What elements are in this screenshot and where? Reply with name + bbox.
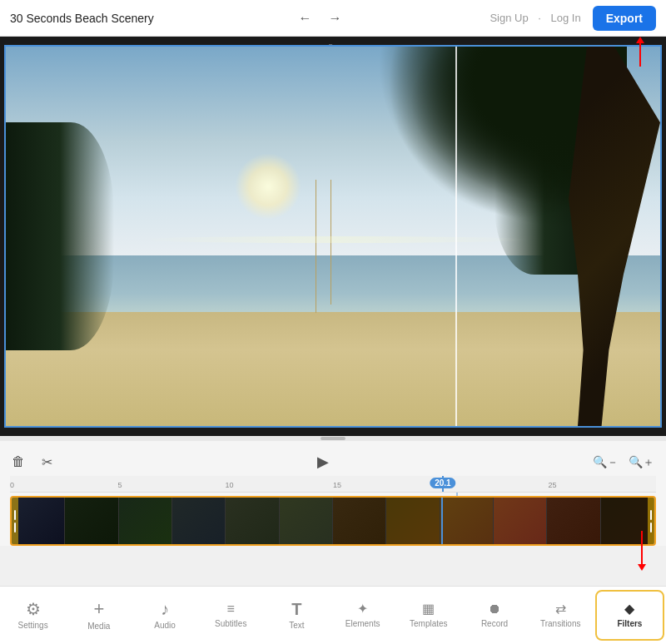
playhead-time-badge[interactable]: 20.1 (430, 478, 455, 488)
strip-segment-9 (440, 498, 494, 544)
project-title: 30 Seconds Beach Scenery (10, 12, 154, 25)
nav-filters[interactable]: ◆ Filters (595, 590, 664, 641)
handle-line (14, 510, 16, 520)
nav-text-label: Text (289, 621, 304, 630)
nav-settings[interactable]: ⚙ Settings (0, 587, 66, 644)
auth-separator: · (538, 12, 541, 24)
nav-templates-label: Templates (410, 619, 448, 628)
nav-text[interactable]: T Text (264, 587, 330, 644)
nav-record[interactable]: ⏺ Record (461, 587, 527, 644)
settings-icon: ⚙ (26, 601, 41, 617)
delete-clip-button[interactable]: 🗑 (10, 453, 27, 471)
header-auth: Sign Up · Log In (486, 12, 584, 24)
strip-playhead (441, 498, 443, 544)
strip-handle-lines-left (14, 510, 16, 533)
strip-segment-4 (172, 498, 226, 544)
strip-playhead-line (442, 498, 443, 544)
nav-record-label: Record (481, 619, 508, 628)
media-icon: + (93, 600, 104, 618)
zoom-in-button[interactable]: 🔍＋ (627, 453, 656, 472)
video-strip-container[interactable] (10, 496, 656, 546)
ruler-mark-15: 15 (333, 481, 341, 489)
app-header: 30 Seconds Beach Scenery ← → Sign Up · L… (0, 0, 666, 37)
text-icon: T (291, 601, 301, 617)
nav-filters-label: Filters (617, 619, 642, 628)
nav-templates[interactable]: ▦ Templates (395, 587, 461, 644)
templates-icon: ▦ (422, 602, 435, 616)
strip-handle-right[interactable] (648, 498, 654, 544)
export-button[interactable]: Export (593, 6, 656, 31)
zoom-out-button[interactable]: 🔍－ (591, 453, 620, 472)
strip-segment-2 (65, 498, 118, 544)
filters-icon: ◆ (624, 602, 634, 616)
ruler-mark-25: 25 (548, 481, 556, 489)
handle-line (14, 523, 16, 533)
nav-elements-label: Elements (345, 619, 380, 628)
header-history-controls: ← → (296, 7, 345, 29)
time-ruler: 0 5 10 15 20 25 30 20.1 (10, 476, 656, 493)
strip-segment-7 (333, 498, 386, 544)
login-link[interactable]: Log In (551, 12, 581, 24)
strip-handle-lines-right (650, 510, 652, 533)
zoom-out-icon: 🔍－ (593, 455, 619, 468)
redo-button[interactable]: → (326, 7, 345, 29)
undo-button[interactable]: ← (296, 7, 316, 29)
trees-left (6, 122, 114, 350)
elements-icon: ✦ (357, 602, 368, 616)
video-preview-area: ↻ (0, 37, 666, 436)
subtitles-icon: ≡ (227, 602, 235, 616)
beach-scene (6, 47, 660, 426)
scissors-icon: ✂ (42, 455, 52, 469)
export-arrow-indicator (636, 37, 644, 67)
trash-icon: 🗑 (12, 454, 25, 468)
swing (307, 180, 340, 346)
timeline-area: 🗑 ✂ ▶ 🔍－ 🔍＋ 0 5 10 15 20 25 3 (0, 441, 666, 546)
record-icon: ⏺ (488, 602, 501, 616)
nav-settings-label: Settings (18, 621, 48, 630)
timeline-play-control: ▶ (54, 451, 591, 473)
strip-segment-12 (601, 498, 654, 544)
nav-transitions-label: Transitions (540, 619, 581, 628)
zoom-in-icon: 🔍＋ (629, 455, 654, 468)
nav-audio-label: Audio (154, 621, 176, 630)
ruler-mark-5: 5 (118, 481, 122, 489)
nav-elements[interactable]: ✦ Elements (330, 587, 395, 644)
strip-handle-left[interactable] (12, 498, 18, 544)
strip-segment-6 (280, 498, 333, 544)
handle-line (650, 510, 652, 520)
timeline-zoom-controls: 🔍－ 🔍＋ (591, 453, 656, 472)
nav-media-label: Media (87, 622, 110, 631)
split-clip-button[interactable]: ✂ (40, 453, 54, 472)
bottom-navigation: ⚙ Settings + Media ♪ Audio ≡ Subtitles T… (0, 586, 666, 644)
timeline-left-tools: 🗑 ✂ (10, 453, 54, 472)
sun-reflection (137, 236, 529, 243)
strip-segment-11 (547, 498, 600, 544)
nav-subtitles[interactable]: ≡ Subtitles (198, 587, 264, 644)
nav-media[interactable]: + Media (66, 587, 132, 644)
transitions-icon: ⇄ (555, 602, 566, 616)
ruler-mark-10: 10 (225, 481, 233, 489)
strip-segment-10 (494, 498, 547, 544)
strip-segment-1 (12, 498, 65, 544)
filters-arrow-indicator (638, 531, 646, 571)
timeline-toolbar: 🗑 ✂ ▶ 🔍－ 🔍＋ (0, 448, 666, 476)
nav-transitions[interactable]: ⇄ Transitions (528, 587, 594, 644)
video-frame (4, 45, 662, 428)
nav-subtitles-label: Subtitles (215, 619, 246, 628)
strip-segment-5 (226, 498, 279, 544)
strip-segment-3 (119, 498, 172, 544)
handle-line (650, 523, 652, 533)
play-button[interactable]: ▶ (316, 451, 331, 473)
nav-audio[interactable]: ♪ Audio (132, 587, 197, 644)
strip-segment-8 (386, 498, 440, 544)
header-right-controls: Sign Up · Log In Export (486, 6, 656, 31)
ruler-mark-0: 0 (10, 481, 14, 489)
video-strip (12, 498, 654, 544)
scroll-thumb (321, 437, 345, 440)
signup-link[interactable]: Sign Up (490, 12, 528, 24)
audio-icon: ♪ (161, 601, 169, 617)
